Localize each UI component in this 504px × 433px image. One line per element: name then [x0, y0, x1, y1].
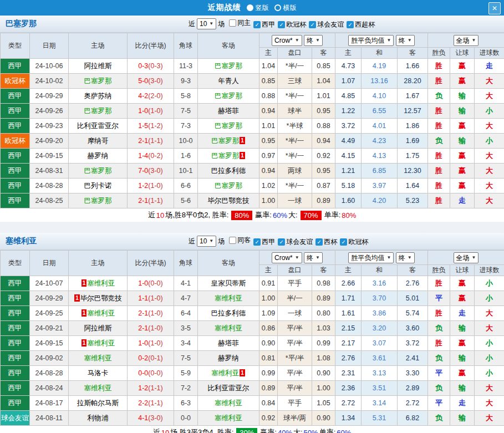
footer-stat-segment: 赢率: — [255, 210, 272, 220]
avg-draw-odds-cell: 6.85 — [362, 164, 398, 179]
checkbox-icon[interactable] — [229, 19, 236, 27]
league-type-cell: 西甲 — [1, 193, 30, 208]
filter-checkbox-2[interactable]: ✓球会友谊 — [278, 237, 313, 247]
checkbox-icon[interactable]: ✓ — [347, 21, 354, 28]
radio-unselected-icon[interactable] — [274, 4, 281, 11]
avg-draw-odds: 4.23 — [373, 137, 386, 145]
checkbox-icon[interactable]: ✓ — [278, 238, 285, 246]
checkbox-icon[interactable]: ✓ — [278, 21, 285, 28]
avg-stage-select[interactable]: 终 ▼ — [396, 35, 415, 46]
league-type-label: 西甲 — [8, 309, 22, 317]
footer-stat-segment: 场,胜3平3负4, 胜率: — [170, 427, 233, 433]
asian-home-odds: 0.97 — [262, 152, 275, 160]
asian-away-odds: 0.87 — [317, 182, 330, 190]
away-team-cell: 巴塞罗那1 — [198, 134, 259, 149]
section-footer: 近10场,胜3平3负4, 胜率:30%赢率:40%大:50%单率:60% — [0, 426, 504, 433]
recent-count-select[interactable]: 10 ▼ — [197, 18, 216, 29]
asian-away-odds: 0.99 — [317, 339, 330, 347]
fulltime-score: 2-1 — [138, 309, 148, 317]
bookmaker-select[interactable]: Crow* ▼ — [272, 35, 302, 46]
fulltime-score: 0-2 — [138, 354, 148, 362]
asian-home-odds: 0.90 — [262, 339, 275, 347]
league-type-label: 西甲 — [8, 92, 22, 100]
col-asian-handicap: 盘口 — [278, 48, 312, 59]
filter-checkbox-1[interactable]: ✓西甲 — [253, 237, 275, 247]
recent-count-select[interactable]: 10 ▼ — [197, 236, 216, 247]
goals-result: 大 — [486, 399, 493, 407]
match-date: 24-09-15 — [35, 152, 63, 160]
handicap-result-cell: 赢 — [450, 179, 475, 193]
handicap-result-cell: 赢 — [450, 291, 475, 306]
chevron-down-icon: ▼ — [408, 36, 412, 45]
checkbox-icon[interactable]: ✓ — [340, 238, 347, 246]
home-team-name: 阿拉维斯 — [84, 62, 112, 70]
checkbox-icon[interactable]: ✓ — [315, 238, 323, 246]
avg-stage-select[interactable]: 终 ▼ — [396, 252, 415, 263]
handicap-result-cell: 输 — [450, 89, 475, 104]
layout-radio-horizontal[interactable]: 横版 — [274, 3, 297, 13]
filter-checkbox-0[interactable]: 同客 — [229, 236, 251, 245]
scope-select[interactable]: 全场 ▼ — [454, 252, 479, 263]
filter-checkbox-4[interactable]: ✓欧冠杯 — [340, 237, 368, 247]
asian-home-odds-cell: 0.84 — [259, 396, 278, 411]
layout-radio-vertical[interactable]: 竖版 — [247, 3, 269, 13]
asian-handicap: 平/半 — [287, 324, 302, 332]
asian-home-odds-cell: 0.88 — [259, 89, 278, 104]
outcome-result-cell: 胜 — [428, 276, 450, 291]
goals-result-cell: 大 — [475, 119, 504, 134]
close-button[interactable]: ✕ — [488, 2, 501, 14]
chevron-down-icon: ▼ — [295, 36, 299, 45]
away-team-cell: 塞维利亚 — [198, 291, 259, 306]
goals-result-cell: 小 — [475, 291, 504, 306]
asian-home-odds: 1.04 — [262, 62, 275, 70]
home-team-name: 塞维利亚 — [87, 279, 115, 287]
red-card-badge: 1 — [82, 309, 87, 317]
filter-checkbox-2[interactable]: ✓欧冠杯 — [278, 20, 306, 29]
league-type-cell: 西甲 — [1, 381, 30, 396]
match-date-cell: 24-10-07 — [30, 276, 69, 291]
match-date-cell: 24-08-28 — [30, 179, 69, 193]
checkbox-icon[interactable]: ✓ — [309, 21, 316, 28]
asian-handicap-cell: 半/一 — [278, 291, 312, 306]
handicap-result-cell: 赢 — [450, 276, 475, 291]
filter-checkbox-3[interactable]: ✓球会友谊 — [309, 20, 344, 29]
corners-cell: 3-5 — [174, 321, 198, 336]
asian-away-odds: 0.98 — [317, 279, 330, 287]
close-icon: ✕ — [492, 4, 497, 12]
fulltime-score: 1-0 — [138, 339, 148, 347]
home-team-cell: 塞维利亚 — [69, 381, 128, 396]
corners-cell: 5-9 — [174, 366, 198, 381]
asian-stage-select[interactable]: 终 ▼ — [304, 252, 323, 263]
away-team-cell: 皇家贝蒂斯 — [198, 276, 259, 291]
avg-draw-odds: 3.20 — [373, 324, 386, 332]
match-date: 24-09-21 — [35, 324, 63, 332]
avg-odds-select[interactable]: 胜平负均值 ▼ — [348, 35, 394, 46]
away-team-name: 赫罗纳 — [218, 354, 239, 362]
asian-stage-select[interactable]: 终 ▼ — [304, 35, 323, 46]
col-handicap-result: 让球 — [450, 48, 475, 59]
avg-win-odds: 2.66 — [342, 279, 355, 287]
handicap-result: 输 — [459, 91, 466, 100]
avg-odds-select[interactable]: 胜平负均值 ▼ — [348, 252, 394, 263]
filter-checkbox-4[interactable]: ✓西超杯 — [347, 20, 375, 29]
avg-lose-odds: 1.67 — [406, 92, 419, 100]
section-header: 巴塞罗那 近 10 ▼ 场 同主✓西甲✓欧冠杯✓球会友谊✓西超杯 — [0, 16, 504, 33]
handicap-result-cell: 赢 — [450, 164, 475, 179]
radio-selected-icon[interactable] — [247, 4, 253, 11]
bookmaker-select[interactable]: Crow* ▼ — [272, 252, 302, 263]
filter-checkbox-1[interactable]: ✓西甲 — [253, 20, 275, 29]
col-goals: 进球数 — [475, 48, 504, 59]
scope-select[interactable]: 全场 ▼ — [454, 35, 479, 46]
corners-value: 5-6 — [181, 197, 191, 205]
filter-checkbox-0[interactable]: 同主 — [229, 18, 251, 28]
checkbox-icon[interactable]: ✓ — [253, 238, 261, 246]
corners-value: 6-6 — [181, 182, 191, 190]
home-team-name: 利物浦 — [88, 414, 109, 422]
asian-away-odds: 0.95 — [317, 167, 330, 175]
avg-lose-odds-cell: 1.64 — [398, 179, 428, 193]
filter-checkbox-3[interactable]: ✓西杯 — [315, 237, 337, 247]
checkbox-icon[interactable] — [229, 237, 236, 244]
col-handicap-result: 让球 — [450, 265, 475, 276]
handicap-result: 赢 — [459, 181, 466, 190]
checkbox-icon[interactable]: ✓ — [253, 21, 261, 28]
